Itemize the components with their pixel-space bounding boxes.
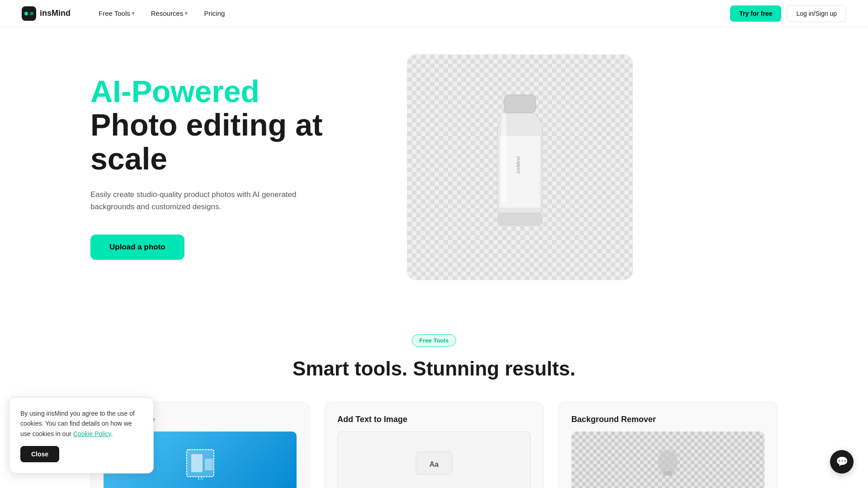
product-image: insMind bbox=[470, 81, 570, 253]
tool-card-add-text-image: Aa bbox=[337, 432, 530, 488]
svg-rect-8 bbox=[497, 212, 542, 226]
svg-point-1 bbox=[24, 12, 28, 15]
hero-product-image-card: insMind bbox=[407, 54, 633, 280]
logo[interactable]: insMind bbox=[22, 6, 71, 21]
smart-resize-preview-icon: 1:1 bbox=[182, 445, 218, 481]
svg-rect-7 bbox=[501, 113, 506, 203]
login-button[interactable]: Log in/Sign up bbox=[787, 5, 846, 22]
bg-remover-preview-icon bbox=[650, 445, 686, 481]
nav-pricing[interactable]: Pricing bbox=[198, 6, 231, 21]
svg-text:1:1: 1:1 bbox=[197, 476, 203, 480]
navbar: insMind Free Tools ▾ Resources ▾ Pricing… bbox=[0, 0, 868, 27]
hero-right: insMind bbox=[407, 54, 656, 280]
cookie-policy-link[interactable]: Cookie Policy bbox=[73, 430, 111, 437]
nav-resources[interactable]: Resources ▾ bbox=[145, 6, 194, 21]
tools-grid: Smart Resize 1:1 Add Text to Image Aa bbox=[90, 402, 778, 488]
svg-text:Aa: Aa bbox=[429, 460, 439, 468]
chevron-down-icon: ▾ bbox=[185, 10, 188, 16]
resources-label: Resources bbox=[151, 9, 184, 17]
chat-bubble-icon: 💬 bbox=[836, 456, 848, 468]
cookie-text: By using insMind you agree to the use of… bbox=[20, 408, 142, 439]
brand-name: insMind bbox=[40, 9, 71, 18]
add-text-preview-icon: Aa bbox=[411, 445, 457, 481]
svg-rect-0 bbox=[22, 6, 36, 21]
pricing-label: Pricing bbox=[204, 9, 225, 17]
nav-links: Free Tools ▾ Resources ▾ Pricing bbox=[92, 6, 730, 21]
chevron-down-icon: ▾ bbox=[132, 10, 135, 16]
svg-rect-16 bbox=[663, 471, 672, 476]
product-image-wrapper: insMind bbox=[407, 55, 632, 280]
cookie-close-button[interactable]: Close bbox=[20, 446, 59, 462]
hero-title-dark: Photo editing at scale bbox=[90, 108, 371, 176]
chat-button[interactable]: 💬 bbox=[830, 450, 854, 474]
svg-text:insMind: insMind bbox=[515, 156, 521, 174]
logo-icon bbox=[22, 6, 36, 21]
hero-left: AI-Powered Photo editing at scale Easily… bbox=[90, 75, 371, 260]
svg-rect-11 bbox=[205, 459, 213, 470]
hero-title-colored: AI-Powered bbox=[90, 75, 371, 108]
svg-point-15 bbox=[658, 450, 678, 475]
hero-section: AI-Powered Photo editing at scale Easily… bbox=[0, 27, 868, 307]
svg-point-2 bbox=[30, 12, 33, 15]
tool-card-bg-remover-image bbox=[571, 432, 764, 488]
nav-free-tools[interactable]: Free Tools ▾ bbox=[92, 6, 141, 21]
tool-card-bg-remover: Background Remover bbox=[558, 402, 778, 488]
free-tools-label: Free Tools bbox=[99, 9, 130, 17]
tool-card-add-text: Add Text to Image Aa bbox=[324, 402, 543, 488]
svg-rect-10 bbox=[191, 454, 203, 472]
tool-card-bg-remover-title: Background Remover bbox=[571, 415, 764, 424]
cookie-banner: By using insMind you agree to the use of… bbox=[9, 397, 154, 474]
nav-actions: Try for free Log in/Sign up bbox=[730, 5, 846, 22]
tool-card-add-text-title: Add Text to Image bbox=[337, 415, 530, 424]
tools-title: Smart tools. Stunning results. bbox=[90, 357, 778, 380]
try-free-button[interactable]: Try for free bbox=[730, 5, 781, 22]
upload-photo-button[interactable]: Upload a photo bbox=[90, 235, 184, 260]
tools-badge: Free Tools bbox=[412, 334, 457, 347]
tools-section-header: Free Tools Smart tools. Stunning results… bbox=[90, 334, 778, 380]
hero-description: Easily create studio-quality product pho… bbox=[90, 188, 316, 213]
svg-rect-4 bbox=[504, 95, 536, 113]
